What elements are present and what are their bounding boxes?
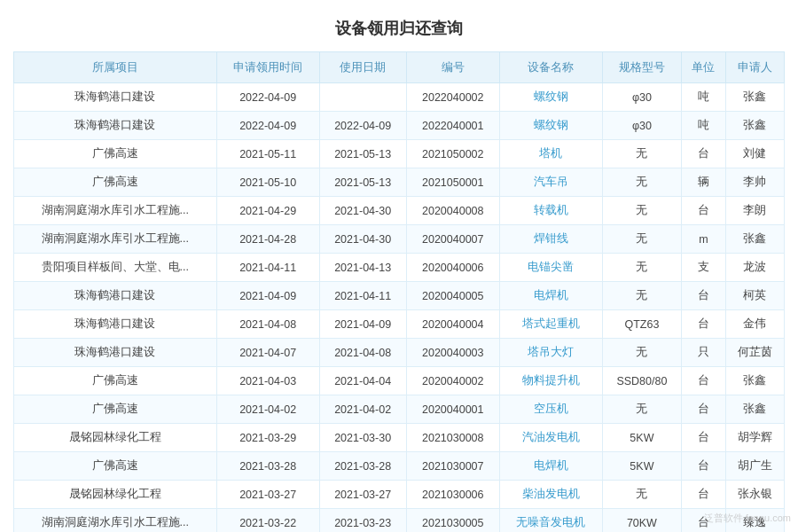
table-cell: 2021-05-13 — [319, 140, 406, 168]
table-cell: 2020040008 — [406, 197, 499, 225]
table-cell: 2021-04-09 — [319, 310, 406, 339]
table-cell: 台 — [682, 452, 726, 481]
table-cell[interactable]: 转载机 — [499, 197, 602, 225]
table-cell[interactable]: 电焊机 — [499, 282, 602, 310]
table-cell: 无 — [602, 168, 681, 197]
table-cell: 2021-04-30 — [319, 225, 406, 254]
device-link[interactable]: 塔吊大灯 — [528, 346, 574, 358]
table-cell: 2021-04-03 — [216, 367, 319, 395]
table-cell: 2021-03-23 — [319, 509, 406, 533]
table-cell: 2021030007 — [406, 452, 499, 481]
table-cell[interactable]: 塔式起重机 — [499, 310, 602, 339]
page-title: 设备领用归还查询 — [13, 9, 785, 51]
device-link[interactable]: 汽车吊 — [534, 176, 568, 188]
table-cell: QTZ63 — [602, 310, 681, 339]
table-cell: 无 — [602, 225, 681, 254]
table-cell[interactable]: 螺纹钢 — [499, 112, 602, 140]
table-cell: 2021-04-29 — [216, 197, 319, 225]
column-header: 单位 — [682, 52, 726, 83]
table-cell: 支 — [682, 254, 726, 282]
column-header: 规格型号 — [602, 52, 681, 83]
table-cell: 无 — [602, 254, 681, 282]
column-header: 设备名称 — [499, 52, 602, 83]
table-cell[interactable]: 塔吊大灯 — [499, 339, 602, 367]
table-cell: 2021-03-27 — [216, 481, 319, 509]
table-cell: 2021-04-07 — [216, 339, 319, 367]
device-link[interactable]: 柴油发电机 — [522, 488, 580, 500]
table-cell: 台 — [682, 140, 726, 168]
table-cell: 2020040006 — [406, 254, 499, 282]
table-cell: 2021-04-09 — [216, 282, 319, 310]
table-cell: 吨 — [682, 112, 726, 140]
table-cell: 2020040005 — [406, 282, 499, 310]
table-row: 湖南洞庭湖水库引水工程施...2021-04-282021-04-3020200… — [14, 225, 785, 254]
device-link[interactable]: 焊钳线 — [534, 232, 568, 245]
table-cell: 无 — [602, 481, 681, 509]
table-cell[interactable]: 柴油发电机 — [499, 481, 602, 509]
table-row: 珠海鹤港口建设2021-04-082021-04-092020040004塔式起… — [14, 310, 785, 339]
table-row: 珠海鹤港口建设2022-04-092022040002螺纹钢φ30吨张鑫 — [14, 83, 785, 112]
table-cell: 龙波 — [725, 254, 784, 282]
table-cell[interactable]: 焊钳线 — [499, 225, 602, 254]
table-cell[interactable]: 电焊机 — [499, 452, 602, 481]
table-cell: 2021-04-08 — [216, 310, 319, 339]
device-link[interactable]: 塔式起重机 — [522, 317, 580, 330]
table-cell: 无 — [602, 339, 681, 367]
table-cell[interactable]: 汽车吊 — [499, 168, 602, 197]
table-cell: 2022040002 — [406, 83, 499, 112]
table-cell: 广佛高速 — [14, 367, 217, 395]
device-link[interactable]: 塔机 — [539, 147, 562, 160]
table-cell: 珠海鹤港口建设 — [14, 339, 217, 367]
table-cell: 2021-03-30 — [319, 424, 406, 452]
table-row: 广佛高速2021-05-102021-05-132021050001汽车吊无辆李… — [14, 168, 785, 197]
table-cell: 2021-04-30 — [319, 197, 406, 225]
table-cell: φ30 — [602, 83, 681, 112]
table-cell[interactable]: 无噪音发电机 — [499, 509, 602, 533]
table-cell: 2021-04-02 — [216, 395, 319, 424]
table-cell[interactable]: 螺纹钢 — [499, 83, 602, 112]
table-cell: 2021-03-28 — [216, 452, 319, 481]
table-cell: 2021-04-08 — [319, 339, 406, 367]
device-link[interactable]: 汽油发电机 — [522, 431, 580, 443]
device-link[interactable]: 无噪音发电机 — [516, 516, 585, 528]
table-cell: 辆 — [682, 168, 726, 197]
table-row: 珠海鹤港口建设2021-04-092021-04-112020040005电焊机… — [14, 282, 785, 310]
column-header: 所属项目 — [14, 52, 217, 83]
table-cell: 2021-03-29 — [216, 424, 319, 452]
table-cell: 2021-03-27 — [319, 481, 406, 509]
table-cell[interactable]: 塔机 — [499, 140, 602, 168]
table-cell[interactable]: 物料提升机 — [499, 367, 602, 395]
device-link[interactable]: 电锚尖凿 — [528, 261, 574, 273]
device-link[interactable]: 物料提升机 — [522, 374, 580, 387]
table-cell: 李朗 — [725, 197, 784, 225]
device-link[interactable]: 转载机 — [534, 204, 568, 216]
device-link[interactable]: 电焊机 — [534, 459, 568, 472]
table-row: 珠海鹤港口建设2022-04-092022-04-092022040001螺纹钢… — [14, 112, 785, 140]
table-cell: 台 — [682, 367, 726, 395]
table-cell: 2021-05-11 — [216, 140, 319, 168]
table-cell: 5KW — [602, 452, 681, 481]
device-link[interactable]: 螺纹钢 — [534, 90, 568, 103]
table-cell: 广佛高速 — [14, 140, 217, 168]
table-cell: 胡广生 — [725, 452, 784, 481]
table-row: 广佛高速2021-04-022021-04-022020040001空压机无台张… — [14, 395, 785, 424]
table-cell: 2021-04-02 — [319, 395, 406, 424]
column-header: 申请领用时间 — [216, 52, 319, 83]
table-row: 广佛高速2021-05-112021-05-132021050002塔机无台刘健 — [14, 140, 785, 168]
table-cell[interactable]: 电锚尖凿 — [499, 254, 602, 282]
table-cell: 晟铭园林绿化工程 — [14, 424, 217, 452]
table-cell: 2021-04-11 — [216, 254, 319, 282]
table-cell[interactable]: 空压机 — [499, 395, 602, 424]
table-cell: 2020040002 — [406, 367, 499, 395]
column-header: 编号 — [406, 52, 499, 83]
device-link[interactable]: 电焊机 — [534, 289, 568, 301]
table-row: 贵阳项目样板间、大堂、电...2021-04-112021-04-1320200… — [14, 254, 785, 282]
table-cell: 2021-04-13 — [319, 254, 406, 282]
device-link[interactable]: 螺纹钢 — [534, 119, 568, 131]
column-header: 使用日期 — [319, 52, 406, 83]
device-link[interactable]: 空压机 — [534, 403, 568, 415]
table-cell[interactable]: 汽油发电机 — [499, 424, 602, 452]
table-cell: 台 — [682, 282, 726, 310]
table-cell: 胡学辉 — [725, 424, 784, 452]
column-header: 申请人 — [725, 52, 784, 83]
